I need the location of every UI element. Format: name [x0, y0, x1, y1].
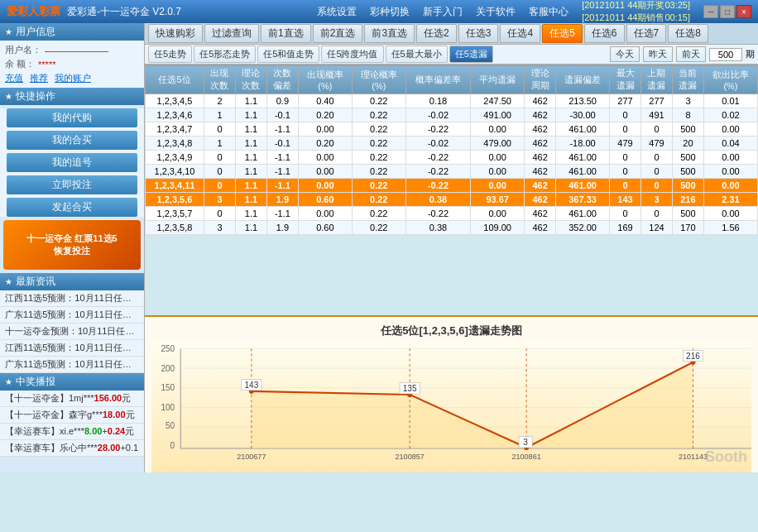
news-item[interactable]: 广东11选5预测：10月11日任四中: [0, 357, 144, 373]
menu-system-settings[interactable]: 系统设置: [317, 5, 357, 19]
news-item[interactable]: 江西11选5预测：10月11日任四中: [0, 340, 144, 357]
prize-item[interactable]: 【幸运赛车】xi.e***8.00+0.24元: [0, 424, 144, 440]
banner[interactable]: 十一运夺金 红票11选5恢复投注: [3, 220, 141, 270]
table-row[interactable]: 1,2,3,4,521.10.90.400.220.18247.50462213…: [146, 94, 758, 108]
table-row[interactable]: 1,2,3,4,901.1-1.10.000.22-0.220.00462461…: [146, 151, 758, 165]
table-cell: 0: [640, 151, 672, 165]
prize-item[interactable]: 【幸运赛车】乐心中***28.00+0.1: [0, 440, 144, 457]
table-cell: 0.38: [405, 221, 470, 235]
subtab-sum-trend[interactable]: 任5和值走势: [257, 46, 319, 63]
period-controls: 今天 昨天 前天 期: [610, 46, 755, 62]
table-row[interactable]: 1,2,3,4,811.1-0.10.200.22-0.02479.00462-…: [146, 137, 758, 151]
table-row[interactable]: 1,2,3,4,1101.1-1.10.000.22-0.220.0046246…: [146, 179, 758, 193]
table-cell: 461.00: [556, 165, 610, 179]
table-cell: 462: [525, 122, 556, 137]
table-cell: 0.60: [298, 221, 352, 235]
table-cell: -1.1: [266, 207, 298, 221]
sub-tabs: 任5走势 任5形态走势 任5和值走势 任5跨度均值 任5最大最小 任5遗漏 今天…: [145, 45, 758, 65]
tab-front3[interactable]: 前3直选: [364, 24, 415, 43]
table-cell: -0.1: [266, 108, 298, 122]
table-area[interactable]: 任选5位 出现次数 理论次数 次数偏差 出现概率(%) 理论概率(%) 概率偏差…: [145, 65, 758, 315]
recharge-link[interactable]: 充值: [5, 72, 23, 84]
table-row[interactable]: 1,2,3,4,1001.1-1.10.000.22-0.220.0046246…: [146, 165, 758, 179]
table-cell: -0.22: [405, 165, 470, 179]
recommend-link[interactable]: 推荐: [30, 72, 48, 84]
prize-item[interactable]: 【十一运夺金】森宇g***18.00元: [0, 407, 144, 424]
tab-filter-query[interactable]: 过滤查询: [204, 24, 259, 43]
table-cell: 500: [672, 151, 703, 165]
table-cell: -0.22: [405, 207, 470, 221]
table-cell: 0.00: [298, 165, 352, 179]
table-cell: 0: [204, 151, 235, 165]
tab-choose5[interactable]: 任选5: [542, 24, 583, 43]
news-item[interactable]: 十一运夺金预测：10月11日任三5: [0, 324, 144, 340]
close-button[interactable]: ×: [736, 5, 751, 18]
table-cell: 352.00: [556, 221, 610, 235]
invest-button[interactable]: 立即投注: [7, 175, 137, 194]
menu-about[interactable]: 关于软件: [476, 5, 516, 19]
period-label: 期: [746, 48, 755, 60]
my-chase-button[interactable]: 我的追号: [7, 153, 137, 172]
prize-header: 中奖播报: [0, 373, 144, 391]
tab-choose7[interactable]: 任选7: [626, 24, 667, 43]
subtab-form-trend[interactable]: 任5形态走势: [194, 46, 256, 63]
user-info-box: 用户名： ——————— 余 额： ***** 充值 推荐 我的账户: [0, 41, 144, 88]
my-proxy-button[interactable]: 我的代购: [7, 108, 137, 127]
tab-choose8[interactable]: 任选8: [668, 24, 708, 43]
table-row[interactable]: 1,2,3,5,631.11.90.600.220.3893.67462367.…: [146, 193, 758, 207]
table-cell: 0.9: [266, 94, 298, 108]
tab-choose2[interactable]: 任选2: [416, 24, 457, 43]
balance-label: 余 额：: [5, 58, 35, 70]
news-item[interactable]: 广东11选5预测：10月11日任三中: [0, 307, 144, 324]
table-row[interactable]: 1,2,3,4,611.1-0.10.200.22-0.02491.00462-…: [146, 108, 758, 122]
subtab-trend[interactable]: 任5走势: [148, 46, 192, 63]
chart-container: 250 200 150 100 50 0: [151, 342, 751, 472]
th-ratio: 欲出比率(%): [703, 65, 757, 94]
tab-choose6[interactable]: 任选6: [584, 24, 625, 43]
subtab-miss[interactable]: 任5遗漏: [449, 46, 493, 63]
th-pct-diff: 概率偏差率: [405, 65, 470, 94]
menu-customer[interactable]: 客服中心: [529, 5, 568, 19]
table-row[interactable]: 1,2,3,5,701.1-1.10.000.22-0.220.00462461…: [146, 207, 758, 221]
news-item[interactable]: 江西11选5预测：10月11日任三中: [0, 290, 144, 307]
table-cell: 0: [204, 122, 235, 137]
yesterday-btn[interactable]: 昨天: [643, 46, 673, 62]
menu-newbie[interactable]: 新手入门: [423, 5, 463, 19]
period-input[interactable]: [709, 48, 742, 61]
table-cell: 0: [640, 207, 672, 221]
table-cell: 462: [525, 193, 556, 207]
minimize-button[interactable]: ─: [703, 5, 718, 18]
tab-choose3[interactable]: 任选3: [458, 24, 499, 43]
table-cell: 1,2,3,5,8: [146, 221, 204, 235]
tab-front1[interactable]: 前1直选: [261, 24, 311, 43]
maximize-button[interactable]: □: [720, 5, 735, 18]
table-cell: 0: [204, 165, 235, 179]
tab-front2[interactable]: 前2直选: [313, 24, 363, 43]
table-row[interactable]: 1,2,3,5,831.11.90.600.220.38109.00462352…: [146, 221, 758, 235]
table-cell: 0.00: [471, 207, 525, 221]
data-table: 任选5位 出现次数 理论次数 次数偏差 出现概率(%) 理论概率(%) 概率偏差…: [145, 65, 758, 235]
period-info: [20121011 44期开奖03:25] [20121011 44期销售00:…: [582, 0, 690, 24]
table-row[interactable]: 1,2,3,4,701.1-1.10.000.22-0.220.00462461…: [146, 122, 758, 137]
svg-text:150: 150: [161, 383, 175, 392]
sidebar: 用户信息 用户名： ——————— 余 额： ***** 充值 推荐 我的账户 …: [0, 23, 145, 472]
svg-text:50: 50: [166, 421, 175, 430]
menu-color-switch[interactable]: 彩种切换: [370, 5, 410, 19]
today-btn[interactable]: 今天: [610, 46, 640, 62]
table-cell: 0: [610, 207, 641, 221]
subtab-span-avg[interactable]: 任5跨度均值: [321, 46, 383, 63]
prize-item[interactable]: 【十一运夺金】1mj***156.00元: [0, 391, 144, 407]
tab-choose4[interactable]: 任选4: [500, 24, 540, 43]
my-account-link[interactable]: 我的账户: [55, 72, 91, 84]
table-cell: 3: [640, 193, 672, 207]
table-cell: 3: [204, 193, 235, 207]
recent-btn[interactable]: 前天: [676, 46, 706, 62]
table-cell: 0.00: [471, 165, 525, 179]
subtab-max-min[interactable]: 任5最大最小: [386, 46, 448, 63]
start-group-button[interactable]: 发起合买: [7, 198, 137, 217]
my-group-button[interactable]: 我的合买: [7, 131, 137, 150]
table-cell: 0.38: [405, 193, 470, 207]
table-cell: 462: [525, 108, 556, 122]
tab-quick-buy[interactable]: 快速购彩: [148, 24, 203, 43]
th-appear: 出现次数: [204, 65, 235, 94]
